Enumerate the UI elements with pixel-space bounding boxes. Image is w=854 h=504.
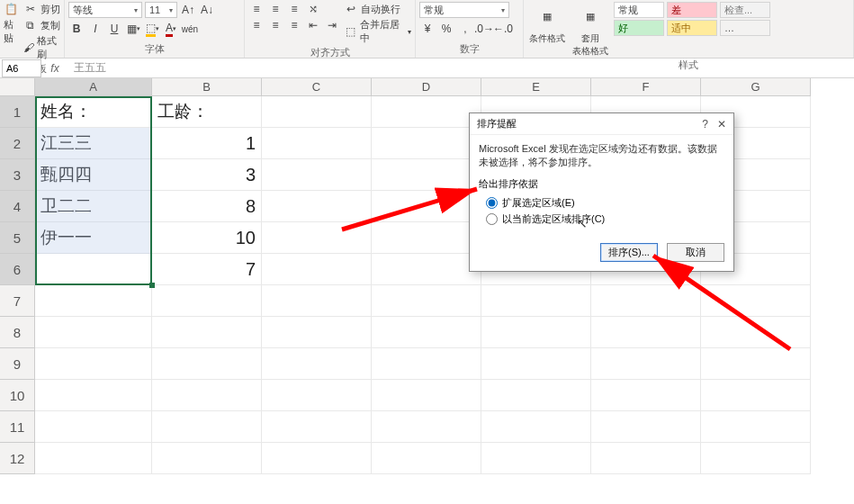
cell-C11[interactable] xyxy=(262,411,372,443)
decrease-decimal-icon[interactable]: ←.0 xyxy=(495,22,511,36)
font-name-dropdown[interactable]: 等线▾ xyxy=(68,2,142,18)
row-header-8[interactable]: 8 xyxy=(0,317,35,348)
decrease-font-icon[interactable]: A↓ xyxy=(199,3,215,17)
align-center-icon[interactable]: ≡ xyxy=(267,18,283,32)
format-as-table-icon[interactable]: ▦ xyxy=(576,2,605,31)
cell-G7[interactable] xyxy=(701,285,811,317)
cell-E7[interactable] xyxy=(481,285,591,317)
cell-A1[interactable]: 姓名： xyxy=(35,96,152,128)
wrap-text-label[interactable]: 自动换行 xyxy=(361,3,400,16)
conditional-format-icon[interactable]: ▦ xyxy=(533,2,562,31)
style-bad[interactable]: 差 xyxy=(667,2,717,18)
row-header-9[interactable]: 9 xyxy=(0,348,35,380)
cell-G12[interactable] xyxy=(701,443,811,474)
cell-D8[interactable] xyxy=(372,317,481,348)
align-bottom-icon[interactable]: ≡ xyxy=(286,2,302,16)
col-header-G[interactable]: G xyxy=(701,78,811,96)
cell-C3[interactable] xyxy=(262,159,372,191)
cell-B4[interactable]: 8 xyxy=(152,191,262,222)
col-header-E[interactable]: E xyxy=(481,78,591,96)
increase-decimal-icon[interactable]: .0→ xyxy=(476,22,492,36)
font-size-dropdown[interactable]: 11▾ xyxy=(145,2,177,18)
row-header-11[interactable]: 11 xyxy=(0,411,35,443)
name-box[interactable]: A6 xyxy=(2,59,41,77)
row-header-12[interactable]: 12 xyxy=(0,443,35,474)
number-format-dropdown[interactable]: 常规▾ xyxy=(419,2,509,18)
sort-button[interactable]: 排序(S)... xyxy=(600,243,658,262)
cell-B12[interactable] xyxy=(152,443,262,474)
row-header-4[interactable]: 4 xyxy=(0,191,35,222)
cell-A6[interactable]: 王五五 xyxy=(35,254,152,285)
radio-expand-input[interactable] xyxy=(486,197,498,209)
cell-F7[interactable] xyxy=(591,285,701,317)
percent-icon[interactable]: % xyxy=(438,22,454,36)
cell-C10[interactable] xyxy=(262,380,372,411)
border-button[interactable]: ▦▾ xyxy=(125,22,141,36)
orientation-icon[interactable]: ⤭ xyxy=(305,2,321,16)
cell-A11[interactable] xyxy=(35,411,152,443)
row-header-6[interactable]: 6 xyxy=(0,254,35,285)
formula-input[interactable]: 王五五 xyxy=(68,60,854,76)
cell-C1[interactable] xyxy=(262,96,372,128)
cell-D10[interactable] xyxy=(372,380,481,411)
paste-icon[interactable]: 📋 xyxy=(4,2,19,16)
comma-icon[interactable]: , xyxy=(457,22,473,36)
wrap-text-icon[interactable]: ↩ xyxy=(344,2,358,16)
align-right-icon[interactable]: ≡ xyxy=(286,18,302,32)
cell-D12[interactable] xyxy=(372,443,481,474)
cell-B6[interactable]: 7 xyxy=(152,254,262,285)
cell-C2[interactable] xyxy=(262,128,372,159)
cell-A7[interactable] xyxy=(35,285,152,317)
col-header-F[interactable]: F xyxy=(591,78,701,96)
cell-F12[interactable] xyxy=(591,443,701,474)
cell-F11[interactable] xyxy=(591,411,701,443)
cell-F10[interactable] xyxy=(591,380,701,411)
cell-D1[interactable] xyxy=(372,96,481,128)
underline-button[interactable]: U xyxy=(106,22,122,36)
row-header-1[interactable]: 1 xyxy=(0,96,35,128)
cell-B9[interactable] xyxy=(152,348,262,380)
cell-B2[interactable]: 1 xyxy=(152,128,262,159)
cell-G10[interactable] xyxy=(701,380,811,411)
format-painter-icon[interactable]: 🖌 xyxy=(23,40,35,55)
cell-A4[interactable]: 卫二二 xyxy=(35,191,152,222)
merge-icon[interactable]: ⬚ xyxy=(344,24,357,39)
cell-C9[interactable] xyxy=(262,348,372,380)
cell-B8[interactable] xyxy=(152,317,262,348)
style-good[interactable]: 好 xyxy=(614,20,664,36)
cell-A3[interactable]: 甄四四 xyxy=(35,159,152,191)
cell-D2[interactable] xyxy=(372,128,481,159)
cell-E11[interactable] xyxy=(481,411,591,443)
cell-B10[interactable] xyxy=(152,380,262,411)
cell-G11[interactable] xyxy=(701,411,811,443)
cell-B7[interactable] xyxy=(152,285,262,317)
row-header-10[interactable]: 10 xyxy=(0,380,35,411)
radio-current-selection[interactable]: 以当前选定区域排序(C) xyxy=(486,212,724,226)
col-header-B[interactable]: B xyxy=(152,78,262,96)
cell-C7[interactable] xyxy=(262,285,372,317)
cell-F9[interactable] xyxy=(591,348,701,380)
align-top-icon[interactable]: ≡ xyxy=(248,2,265,16)
style-more[interactable]: … xyxy=(720,20,770,36)
cell-B1[interactable]: 工龄： xyxy=(152,96,262,128)
italic-button[interactable]: I xyxy=(87,22,103,36)
cell-B5[interactable]: 10 xyxy=(152,222,262,254)
cell-F8[interactable] xyxy=(591,317,701,348)
cell-C4[interactable] xyxy=(262,191,372,222)
indent-decrease-icon[interactable]: ⇤ xyxy=(305,18,321,32)
col-header-A[interactable]: A xyxy=(35,78,152,96)
cell-A9[interactable] xyxy=(35,348,152,380)
bold-button[interactable]: B xyxy=(68,22,85,36)
style-normal[interactable]: 常规 xyxy=(614,2,664,18)
cell-E8[interactable] xyxy=(481,317,591,348)
cell-C12[interactable] xyxy=(262,443,372,474)
fill-color-button[interactable]: ⬚▾ xyxy=(144,22,160,36)
style-check[interactable]: 检查... xyxy=(720,2,770,18)
dialog-help-icon[interactable]: ? xyxy=(702,118,708,130)
cancel-button[interactable]: 取消 xyxy=(667,243,724,262)
row-header-3[interactable]: 3 xyxy=(0,159,35,191)
row-header-2[interactable]: 2 xyxy=(0,128,35,159)
dialog-close-icon[interactable]: ✕ xyxy=(717,118,726,130)
cell-G8[interactable] xyxy=(701,317,811,348)
increase-font-icon[interactable]: A↑ xyxy=(180,3,196,17)
